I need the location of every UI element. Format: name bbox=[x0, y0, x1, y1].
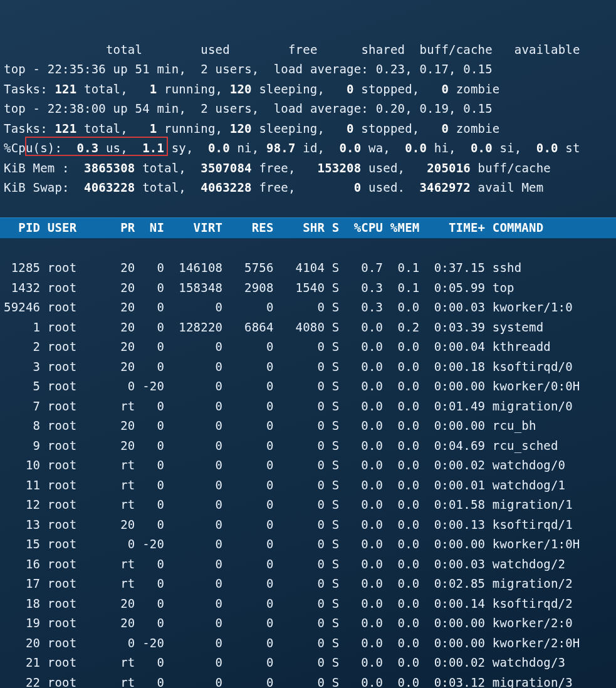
process-table-header[interactable]: PID USER PR NI VIRT RES SHR S %CPU %MEM … bbox=[0, 217, 616, 239]
free-header-line: total used free shared buff/cache availa… bbox=[4, 43, 580, 56]
summary-mem-line: KiB Mem : 3865308 total, 3507084 free, 1… bbox=[4, 161, 551, 175]
summary-top-line-2: top - 22:38:00 up 54 min, 2 users, load … bbox=[4, 102, 493, 115]
summary-top-line-1: top - 22:35:36 up 51 min, 2 users, load … bbox=[4, 62, 493, 76]
terminal-top-output[interactable]: total used free shared buff/cache availa… bbox=[0, 0, 616, 688]
summary-tasks-line-1: Tasks: 121 total, 1 running, 120 sleepin… bbox=[4, 82, 500, 96]
summary-swap-line: KiB Swap: 4063228 total, 4063228 free, 0… bbox=[4, 180, 543, 194]
summary-tasks-line-2: Tasks: 121 total, 1 running, 120 sleepin… bbox=[4, 122, 500, 135]
process-table-body: 1285 root 20 0 146108 5756 4104 S 0.7 0.… bbox=[4, 261, 580, 688]
summary-cpu-line: %Cpu(s): 0.3 us, 1.1 sy, 0.0 ni, 98.7 id… bbox=[4, 141, 580, 155]
